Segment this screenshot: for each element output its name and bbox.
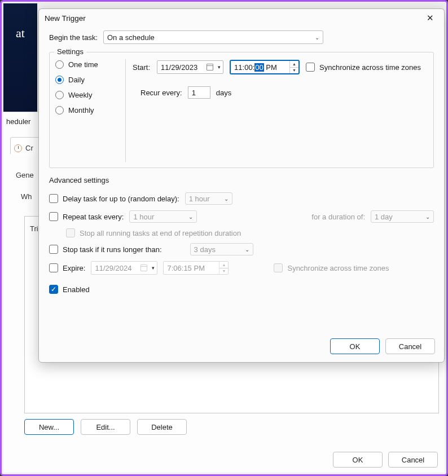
- begin-task-select[interactable]: On a schedule ⌄: [103, 30, 323, 44]
- titlebar: New Trigger ✕: [39, 9, 444, 27]
- parent-cancel-label: Cancel: [402, 456, 424, 464]
- spin-up-icon: ▲: [219, 262, 228, 268]
- time-spinner: ▲▼: [219, 262, 228, 274]
- time-spinner[interactable]: ▲▼: [289, 61, 298, 73]
- enabled-label: Enabled: [63, 285, 90, 294]
- sync-tz2-label: Synchronize across time zones: [287, 264, 389, 272]
- repeat-duration-select: 1 day ⌄: [371, 210, 434, 223]
- new-button-label: New...: [39, 423, 59, 431]
- start-time-field[interactable]: 11:00:00 PM ▲▼: [230, 60, 299, 74]
- spin-up-icon[interactable]: ▲: [290, 61, 298, 68]
- radio-daily-label: Daily: [68, 76, 85, 84]
- repeat-duration-label: for a duration of:: [311, 213, 365, 221]
- spin-down-icon[interactable]: ▼: [290, 68, 298, 74]
- radio-weekly-label: Weekly: [68, 91, 92, 99]
- clock-icon: [14, 144, 22, 152]
- chevron-down-icon: ⌄: [188, 214, 193, 220]
- chevron-down-icon: ⌄: [425, 214, 430, 220]
- sync-tz-checkbox[interactable]: Synchronize across time zones: [306, 63, 421, 72]
- ok-label: OK: [350, 342, 361, 351]
- expire-time-field: 7:06:15 PM ▲▼: [163, 261, 229, 275]
- edit-button[interactable]: Edit...: [81, 419, 130, 435]
- begin-task-value: On a schedule: [107, 33, 155, 42]
- start-label: Start:: [133, 63, 150, 72]
- checkbox-icon: [66, 228, 75, 237]
- dialog-content: Begin the task: On a schedule ⌄ Settings…: [39, 27, 444, 334]
- radio-monthly[interactable]: Monthly: [55, 106, 118, 114]
- parent-ok-button[interactable]: OK: [333, 452, 383, 468]
- radio-icon: [55, 60, 64, 69]
- bg-text-at: at: [3, 26, 37, 41]
- time-ss: 00: [254, 63, 263, 72]
- repeat-value-select: 1 hour ⌄: [129, 210, 197, 223]
- recur-unit: days: [216, 89, 231, 97]
- delay-value-select: 1 hour ⌄: [185, 192, 232, 205]
- radio-icon: [55, 106, 64, 114]
- radio-icon: [55, 76, 64, 84]
- advanced-settings: Delay task for up to (random delay): 1 h…: [49, 192, 434, 294]
- radio-monthly-label: Monthly: [68, 106, 94, 114]
- checkbox-icon: [274, 263, 283, 272]
- radio-one-time[interactable]: One time: [55, 60, 118, 69]
- settings-group: Settings One time Daily Weekly Monthly S…: [49, 52, 434, 168]
- background-dark-app: at: [3, 3, 37, 127]
- checkbox-icon: [49, 245, 58, 254]
- radio-weekly[interactable]: Weekly: [55, 91, 118, 99]
- parent-ok-label: OK: [353, 456, 363, 464]
- delay-value: 1 hour: [189, 195, 210, 203]
- checkbox-icon: [49, 263, 58, 272]
- chevron-down-icon: ▾: [218, 64, 221, 70]
- calendar-icon: [140, 265, 147, 271]
- schedule-column: Start: 11/29/2023 ▾ 11:00:00 PM: [133, 59, 428, 162]
- time-hh: 11: [234, 63, 242, 72]
- checkbox-icon: [49, 194, 58, 203]
- bg-text-tri: Tri: [30, 224, 38, 233]
- close-button[interactable]: ✕: [422, 11, 438, 25]
- radio-daily[interactable]: Daily: [55, 76, 118, 84]
- cancel-button[interactable]: Cancel: [385, 338, 435, 354]
- recur-label: Recur every:: [140, 89, 182, 97]
- enabled-checkbox[interactable]: ✓ Enabled: [49, 285, 90, 294]
- cancel-label: Cancel: [399, 342, 421, 351]
- dialog-footer: OK Cancel: [39, 334, 444, 362]
- bg-text-gene: Gene: [16, 171, 34, 179]
- expire-time-value: 7:06:15 PM: [167, 264, 205, 272]
- recur-value-input[interactable]: 1: [188, 86, 210, 99]
- stop-all-label: Stop all running tasks at end of repetit…: [80, 229, 241, 237]
- advanced-legend: Advanced settings: [49, 176, 434, 184]
- new-trigger-dialog: New Trigger ✕ Begin the task: On a sched…: [38, 8, 445, 363]
- start-date-field[interactable]: 11/29/2023 ▾: [157, 60, 223, 74]
- parent-dialog-buttons: OK Cancel: [333, 452, 438, 468]
- bg-text-scheduler: heduler: [6, 117, 30, 126]
- app-frame: at heduler Cr Gene Wh Tri New... Edit...…: [0, 0, 448, 476]
- repeat-value: 1 hour: [133, 213, 154, 221]
- delay-checkbox[interactable]: Delay task for up to (random delay):: [49, 194, 179, 203]
- trigger-buttons-row: New... Edit... Delete: [24, 419, 187, 435]
- start-date-value: 11/29/2023: [161, 63, 197, 72]
- chevron-down-icon: ⌄: [245, 246, 249, 253]
- expire-checkbox[interactable]: Expire:: [49, 263, 85, 272]
- new-button[interactable]: New...: [24, 419, 74, 435]
- expire-label: Expire:: [63, 264, 85, 272]
- repeat-label: Repeat task every:: [63, 213, 124, 221]
- delete-button[interactable]: Delete: [137, 419, 187, 435]
- ok-button[interactable]: OK: [330, 338, 380, 354]
- expire-date-field: 11/29/2024 ▾: [91, 261, 157, 275]
- repeat-duration-value: 1 day: [375, 213, 393, 221]
- sync-tz2-checkbox: Synchronize across time zones: [274, 263, 389, 272]
- sync-tz-label: Synchronize across time zones: [319, 63, 421, 72]
- divider: [125, 59, 126, 162]
- stop-if-longer-value: 3 days: [194, 245, 216, 254]
- begin-task-row: Begin the task: On a schedule ⌄: [49, 30, 434, 44]
- repeat-checkbox[interactable]: Repeat task every:: [49, 212, 124, 221]
- stop-all-checkbox: Stop all running tasks at end of repetit…: [66, 228, 241, 237]
- checkbox-icon: [49, 212, 58, 221]
- radio-one-time-label: One time: [68, 60, 98, 69]
- stop-if-longer-checkbox[interactable]: Stop task if it runs longer than:: [49, 245, 162, 254]
- parent-cancel-button[interactable]: Cancel: [388, 452, 438, 468]
- bg-text-wh: Wh: [21, 192, 32, 201]
- checkbox-icon: [306, 63, 315, 72]
- chevron-down-icon: ▾: [152, 265, 155, 271]
- delay-label: Delay task for up to (random delay):: [63, 195, 179, 203]
- settings-legend: Settings: [54, 47, 86, 56]
